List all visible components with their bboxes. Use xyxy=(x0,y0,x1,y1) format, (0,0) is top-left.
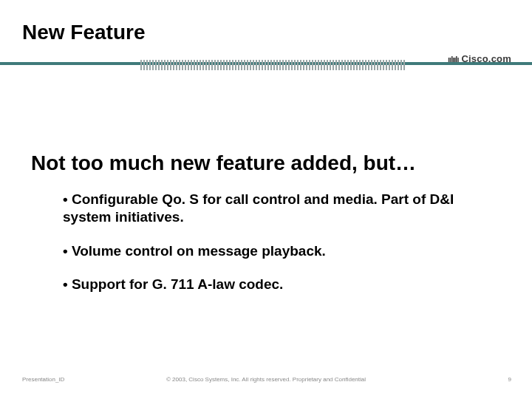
headline-text: Not too much new feature added, but… xyxy=(31,151,416,175)
page-number: 9 xyxy=(508,376,511,383)
bullet-list: • Configurable Qo. S for call control an… xyxy=(63,191,488,310)
cisco-bars-icon: ıılıılı xyxy=(448,55,458,64)
list-item: • Volume control on message playback. xyxy=(63,242,488,260)
divider-ticks xyxy=(140,58,406,72)
slide-title: New Feature xyxy=(22,21,146,44)
list-item: • Support for G. 711 A-law codec. xyxy=(63,276,488,293)
cisco-logo: ıılıılı Cisco.com xyxy=(448,53,511,64)
list-item: • Configurable Qo. S for call control an… xyxy=(63,191,488,226)
logo-text: Cisco.com xyxy=(461,53,511,64)
copyright-text: © 2003, Cisco Systems, Inc. All rights r… xyxy=(0,376,532,383)
